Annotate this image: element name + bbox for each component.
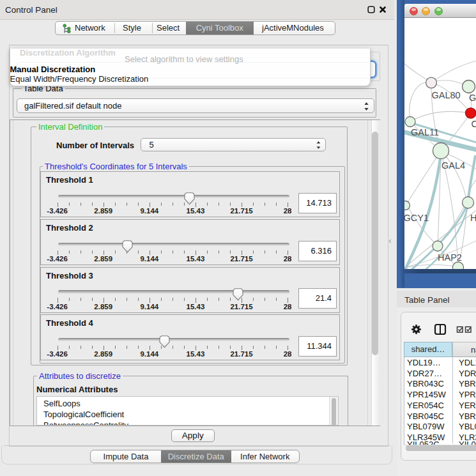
svg-text:GAL4: GAL4 (441, 160, 465, 170)
svg-text:GCY1: GCY1 (404, 213, 429, 223)
svg-text:HIS: HIS (470, 213, 476, 223)
svg-text:CYC: CYC (472, 118, 476, 128)
svg-text:GAL11: GAL11 (411, 127, 439, 137)
svg-text:HAP2: HAP2 (438, 252, 462, 262)
svg-text:GAL80: GAL80 (432, 90, 461, 100)
svg-text:GAL7: GAL7 (469, 92, 476, 102)
